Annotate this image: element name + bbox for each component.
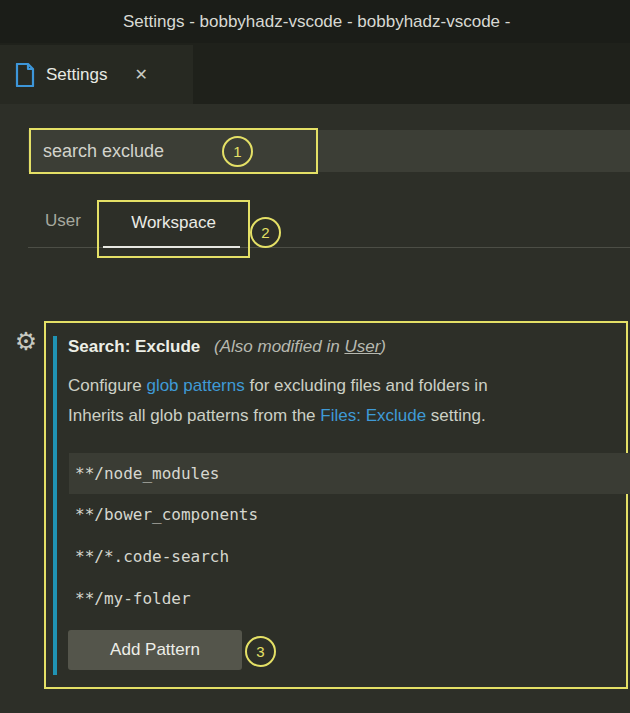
setting-name: Exclude [135,337,200,356]
tab-close-icon[interactable]: ✕ [134,65,147,84]
modified-in-user-link[interactable]: User [344,337,380,356]
tab-label: Settings [46,65,107,85]
title-bar: Settings - bobbyhadz-vscode - bobbyhadz-… [0,0,630,43]
modified-indicator-bar [53,336,57,675]
tab-strip: Settings ✕ [0,43,630,104]
scope-tab-workspace[interactable]: Workspace [97,200,250,246]
pattern-row[interactable]: **/bower_components [69,494,630,535]
annotation-step-2: 2 [250,217,281,248]
window-title: Settings - bobbyhadz-vscode - bobbyhadz-… [123,0,510,43]
gear-icon[interactable]: ⚙ [12,327,40,355]
files-exclude-link[interactable]: Files: Exclude [320,406,426,425]
add-pattern-button[interactable]: Add Pattern [68,630,242,670]
setting-category: Search: [68,337,130,356]
tab-settings[interactable]: Settings ✕ [0,45,193,104]
pattern-row[interactable]: **/*.code-search [69,536,630,577]
pattern-row[interactable]: **/my-folder [69,578,630,619]
settings-search-input[interactable]: search exclude [28,130,630,172]
workspace-active-underline [103,246,240,248]
setting-description-line1: Configure glob patterns for excluding fi… [68,376,488,396]
pattern-row[interactable]: **/node_modules [69,453,630,494]
setting-title: Search: Exclude (Also modified in User) [68,337,386,357]
setting-description-line2: Inherits all glob patterns from the File… [68,406,486,426]
glob-patterns-link[interactable]: glob patterns [146,376,244,395]
search-value: search exclude [43,141,164,162]
file-icon [15,63,35,87]
scope-tab-user[interactable]: User [45,211,81,231]
also-modified-note: (Also modified in User) [214,337,386,356]
